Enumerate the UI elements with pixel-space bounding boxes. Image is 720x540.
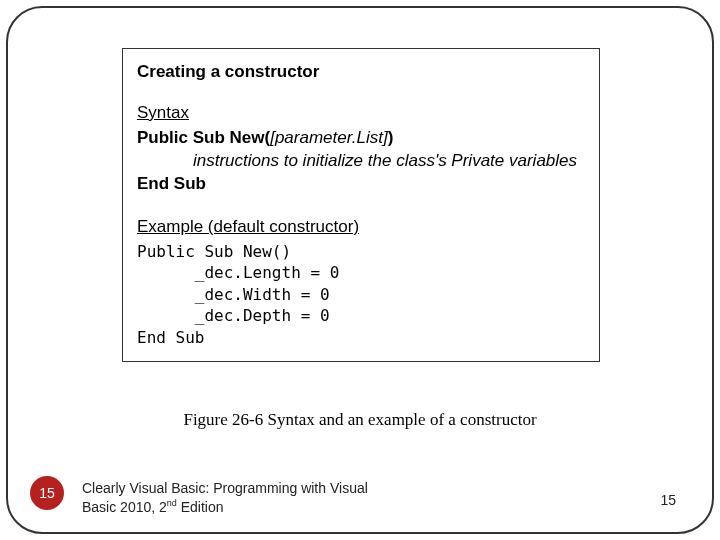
syntax-instructions: instructions to initialize the class's P… [137, 150, 577, 173]
footer-sup: nd [167, 498, 177, 508]
example-code: Public Sub New() _dec.Length = 0 _dec.Wi… [137, 241, 585, 349]
example-heading: Example (default constructor) [137, 216, 585, 239]
slide-number-badge: 15 [30, 476, 64, 510]
footer-line2c: Edition [177, 499, 224, 515]
page-number: 15 [660, 492, 676, 508]
syntax-end: End Sub [137, 173, 585, 196]
syntax-signature: Public Sub New([parameter.List]) [137, 127, 585, 150]
footer-line2a: Basic 2010, 2 [82, 499, 167, 515]
sig-suffix: ) [388, 128, 394, 147]
code-line-1: Public Sub New() [137, 242, 291, 261]
figure-caption: Figure 26-6 Syntax and an example of a c… [0, 410, 720, 430]
sig-param: [parameter.List] [270, 128, 387, 147]
code-line-3: _dec.Width = 0 [137, 285, 330, 304]
code-line-2: _dec.Length = 0 [137, 263, 339, 282]
footer-line1: Clearly Visual Basic: Programming with V… [82, 480, 368, 496]
footer-text: Clearly Visual Basic: Programming with V… [82, 480, 412, 516]
code-line-4: _dec.Depth = 0 [137, 306, 330, 325]
figure-box: Creating a constructor Syntax Public Sub… [122, 48, 600, 362]
sig-prefix: Public Sub New( [137, 128, 270, 147]
code-line-5: End Sub [137, 328, 204, 347]
syntax-body: instructions to initialize the class's P… [137, 150, 585, 173]
figure-title: Creating a constructor [137, 61, 585, 84]
syntax-heading: Syntax [137, 102, 585, 125]
